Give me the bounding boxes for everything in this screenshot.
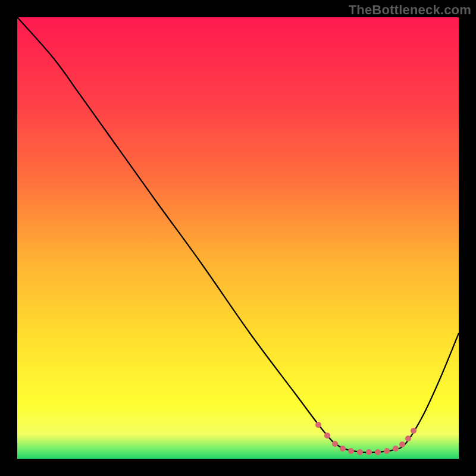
chart-container: { "watermark": "TheBottleneck.com", "plo… <box>0 0 476 476</box>
optimal-marker <box>393 446 399 452</box>
optimal-marker <box>375 449 381 455</box>
optimal-marker <box>405 436 411 441</box>
optimal-marker <box>340 446 346 452</box>
optimal-marker <box>324 433 330 439</box>
watermark-text: TheBottleneck.com <box>349 2 471 18</box>
optimal-marker <box>348 448 354 454</box>
optimal-marker <box>315 422 321 428</box>
optimal-marker <box>411 428 416 434</box>
gradient-background <box>17 17 459 459</box>
optimal-marker <box>357 449 363 455</box>
optimal-marker <box>384 448 390 454</box>
optimal-marker <box>332 441 338 447</box>
bottleneck-chart <box>0 0 476 476</box>
optimal-marker <box>399 441 405 447</box>
optimal-marker <box>366 449 372 455</box>
